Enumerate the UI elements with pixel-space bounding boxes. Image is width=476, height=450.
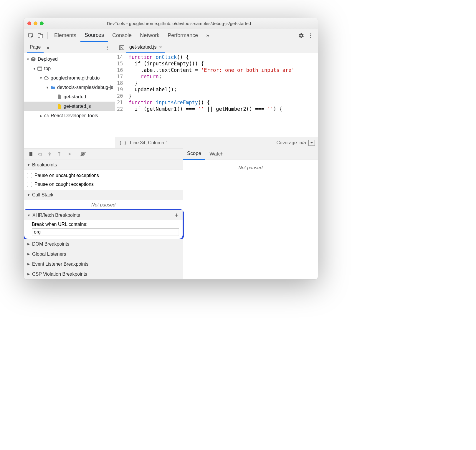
content-area: Page » ▼Deployed▼top▼googlechrome.github… (24, 42, 318, 148)
add-xhr-breakpoint-button[interactable]: + (175, 211, 180, 219)
cursor-position: Line 34, Column 1 (130, 140, 168, 145)
expand-icon: ▼ (33, 67, 36, 70)
editor-statusbar: { } Line 34, Column 1 Coverage: n/a (115, 137, 318, 148)
pause-uncaught-label: Pause on uncaught exceptions (34, 173, 99, 178)
svg-rect-13 (29, 152, 31, 156)
callstack-title: Call Stack (32, 192, 53, 198)
navigator-tab-page[interactable]: Page (27, 42, 44, 53)
pause-caught-row[interactable]: Pause on caught exceptions (27, 180, 180, 189)
source-code[interactable]: function onClick() { if (inputsAreEmpty(… (126, 53, 294, 137)
tab-console[interactable]: Console (108, 29, 136, 42)
callstack-state: Not paused (24, 200, 183, 210)
editor-tab-get-started-js[interactable]: get-started.js ✕ (126, 42, 165, 53)
collapse-icon: ▶ (27, 252, 30, 256)
tab-scope[interactable]: Scope (183, 148, 205, 160)
svg-point-8 (107, 49, 108, 49)
tree-item[interactable]: ▼googlechrome.github.io (24, 73, 115, 83)
tab-sources[interactable]: Sources (80, 29, 108, 42)
xhr-breakpoints-highlight: ▼ XHR/fetch Breakpoints + Break when URL… (24, 209, 184, 240)
checkbox-icon[interactable] (27, 173, 32, 178)
pretty-print-icon[interactable]: { } (118, 138, 128, 148)
tab-watch[interactable]: Watch (205, 148, 228, 160)
close-tab-icon[interactable]: ✕ (159, 45, 162, 49)
step-into-icon[interactable] (45, 149, 54, 159)
cloud-icon (44, 113, 49, 118)
tabs-overflow-button[interactable]: » (202, 29, 213, 42)
tree-item[interactable]: ▼top (24, 64, 115, 73)
xhr-title: XHR/fetch Breakpoints (32, 213, 80, 218)
expand-icon: ▼ (39, 76, 43, 80)
show-navigator-icon[interactable] (117, 43, 126, 52)
checkbox-icon[interactable] (27, 182, 32, 187)
dom-breakpoints-header[interactable]: ▶ DOM Breakpoints (24, 239, 183, 249)
tree-item[interactable]: get-started.js (24, 102, 115, 111)
tree-item[interactable]: ▶React Developer Tools (24, 111, 115, 120)
event-listener-breakpoints-header[interactable]: ▶ Event Listener Breakpoints (24, 259, 183, 269)
deployed-icon (31, 57, 36, 62)
bottom-panels: ▼ Breakpoints Pause on uncaught exceptio… (24, 160, 318, 279)
inspect-element-icon[interactable] (26, 31, 36, 40)
expand-icon: ▼ (27, 193, 30, 197)
tab-elements[interactable]: Elements (50, 29, 80, 42)
device-toolbar-icon[interactable] (36, 31, 45, 40)
step-over-icon[interactable] (36, 149, 45, 159)
step-out-icon[interactable] (54, 149, 64, 159)
breakpoints-body: Pause on uncaught exceptions Pause on ca… (24, 170, 183, 190)
pause-uncaught-row[interactable]: Pause on uncaught exceptions (27, 171, 180, 180)
window-title: DevTools - googlechrome.github.io/devtoo… (44, 21, 314, 26)
navigator-more-icon[interactable] (103, 43, 112, 52)
xhr-url-input[interactable] (32, 228, 179, 236)
svg-point-6 (107, 46, 108, 47)
zoom-window-button[interactable] (40, 21, 44, 25)
folder-icon (50, 85, 55, 90)
debugger-toolbar (24, 148, 183, 160)
step-icon[interactable] (64, 149, 73, 159)
tree-item[interactable]: get-started (24, 92, 115, 102)
svg-point-7 (107, 47, 108, 48)
svg-point-16 (49, 155, 50, 156)
svg-rect-9 (38, 67, 42, 70)
traffic-lights (27, 21, 44, 25)
deactivate-breakpoints-icon[interactable] (78, 149, 88, 159)
svg-point-3 (310, 33, 311, 34)
global-listeners-title: Global Listeners (32, 252, 66, 257)
expand-icon: ▼ (27, 214, 31, 217)
coverage-status: Coverage: n/a (276, 140, 306, 145)
tree-item-label: top (44, 66, 51, 71)
editor-tab-label: get-started.js (129, 44, 156, 50)
tree-item[interactable]: ▼Deployed (24, 54, 115, 64)
global-listeners-header[interactable]: ▶ Global Listeners (24, 249, 183, 259)
tree-item-label: get-started (64, 94, 86, 100)
minimize-window-button[interactable] (34, 21, 37, 25)
tab-network[interactable]: Network (136, 29, 163, 42)
scope-state: Not paused (183, 160, 318, 173)
more-menu-icon[interactable] (306, 31, 315, 40)
divider (47, 32, 48, 39)
svg-rect-2 (40, 34, 43, 38)
svg-point-4 (310, 35, 311, 36)
dom-breakpoints-title: DOM Breakpoints (32, 241, 69, 247)
callstack-section-header[interactable]: ▼ Call Stack (24, 190, 183, 200)
expand-icon: ▼ (27, 163, 30, 167)
coverage-dropdown-icon[interactable] (308, 140, 315, 146)
xhr-section-header[interactable]: ▼ XHR/fetch Breakpoints + (24, 210, 183, 220)
code-editor[interactable]: 141516171819202122 function onClick() { … (115, 53, 318, 137)
navigator-tabs-overflow[interactable]: » (44, 42, 52, 53)
debugger-left-sidebar: ▼ Breakpoints Pause on uncaught exceptio… (24, 160, 183, 279)
collapse-icon: ▶ (39, 114, 43, 118)
close-window-button[interactable] (27, 21, 31, 25)
navigator-pane: Page » ▼Deployed▼top▼googlechrome.github… (24, 42, 115, 148)
collapse-icon: ▶ (27, 262, 30, 266)
breakpoints-section-header[interactable]: ▼ Breakpoints (24, 160, 183, 170)
pause-caught-label: Pause on caught exceptions (34, 182, 94, 187)
pause-icon[interactable] (26, 149, 36, 159)
csp-violation-breakpoints-header[interactable]: ▶ CSP Violation Breakpoints (24, 269, 183, 279)
tree-item[interactable]: ▼devtools-samples/debug-js (24, 83, 115, 92)
svg-point-5 (310, 37, 311, 38)
tab-performance[interactable]: Performance (163, 29, 202, 42)
file-tree[interactable]: ▼Deployed▼top▼googlechrome.github.io▼dev… (24, 53, 115, 120)
settings-gear-icon[interactable] (297, 31, 306, 40)
cloud-icon (44, 75, 49, 81)
csp-violation-breakpoints-title: CSP Violation Breakpoints (32, 272, 87, 277)
xhr-input-row: Break when URL contains: (24, 220, 183, 239)
